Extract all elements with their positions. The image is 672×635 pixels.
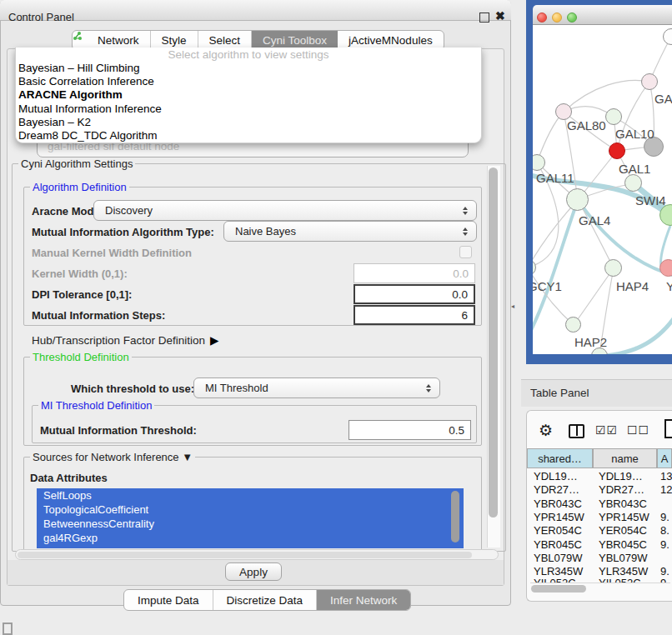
network-node[interactable] [659,259,672,277]
algorithm-option[interactable]: Dream8 DC_TDC Algorithm [16,129,481,142]
dpi-tolerance-input[interactable]: 0.0 [354,284,475,304]
table-cell[interactable]: YDL19… [599,470,643,482]
close-icon[interactable]: ✖ [495,9,505,22]
node-label: GAL10 [615,127,654,141]
network-node-gal10[interactable] [605,108,622,125]
mi-type-combobox[interactable]: Naive Bayes [223,221,477,242]
table-cell[interactable]: YDR27… [534,483,579,496]
tab-network-label: Network [98,34,139,47]
node-label: HAP4 [616,279,649,293]
mi-steps-label: Mutual Information Steps: [32,309,165,322]
close-traffic-light-icon[interactable] [537,12,547,22]
table-cell[interactable]: 9. [660,511,669,523]
table-cell[interactable]: YPR145W [599,511,649,523]
network-node-hap2[interactable] [565,317,581,332]
table-cell[interactable]: YBR043C [599,498,647,510]
spinner-arrows-icon [463,207,468,215]
attribute-item-selected[interactable]: SelfLoops [37,488,464,502]
mi-threshold-input[interactable]: 0.5 [349,420,471,440]
network-node-swi4[interactable] [624,174,642,192]
zoom-traffic-light-icon[interactable] [567,12,577,22]
settings-horizontal-scrollbar[interactable] [15,549,499,560]
tab-discretize-data[interactable]: Discretize Data [213,590,318,610]
table-cell[interactable]: YPR145W [534,511,584,523]
expander-arrow-icon: ▶ [210,333,218,347]
table-cell[interactable]: 9. [660,565,669,578]
kernel-width-input[interactable]: 0.0 [354,263,475,283]
network-node-hap4[interactable] [604,259,622,277]
attribute-item-selected[interactable]: gal4RGexp [37,531,464,545]
algorithm-dropdown-popup: Select algorithm to view settings Bayesi… [15,48,482,143]
which-threshold-combobox[interactable]: MI Threshold [193,378,440,398]
attribute-item-selected[interactable]: TopologicalCoefficient [37,502,464,517]
table-cell[interactable]: YLR345W [534,565,583,578]
spinner-arrows-icon [463,228,468,236]
network-node-gal4[interactable] [566,188,589,211]
table-cell[interactable]: YBR045C [599,538,647,551]
table-cell[interactable]: YBL079W [534,552,583,564]
float-window-icon[interactable] [479,12,489,22]
algorithm-option[interactable]: Bayesian – K2 [16,116,481,129]
mi-steps-input[interactable]: 6 [354,305,475,325]
minimized-panel-icon[interactable] [3,622,13,635]
node-label: GAL11 [536,171,574,185]
table-cell[interactable]: YBR043C [534,498,582,510]
table-cell[interactable]: YBR045C [534,538,582,551]
tab-infer-network[interactable]: Infer Network [317,590,410,610]
table-scrollbar-thumb[interactable] [531,585,586,592]
table-cell[interactable]: YER054C [599,524,647,537]
network-node-red[interactable] [609,142,625,159]
table-cell[interactable]: YDL19… [534,470,578,482]
network-node-gal80[interactable] [555,103,572,120]
columns-icon[interactable] [569,424,584,438]
column-header-partial[interactable]: A [657,448,672,468]
horizontal-scrollbar-thumb[interactable] [18,552,472,558]
table-cell[interactable]: YBL079W [599,552,648,564]
node-label: GCY1 [533,279,562,293]
hub-factor-expander[interactable]: Hub/Transcription Factor Definition▶ [32,333,218,347]
apply-button[interactable]: Apply [225,562,282,581]
table-cell[interactable]: YLR345W [599,565,648,578]
new-table-icon[interactable] [664,419,672,438]
node-label: GAL4 [579,213,610,228]
table-cell[interactable]: YDR27… [599,483,644,496]
network-canvas[interactable]: GAL GAL80 GAL10 GAL1 GAL11 SWI4 GAL4 GCY… [533,25,672,354]
data-attributes-list[interactable]: SelfLoops TopologicalCoefficient Between… [37,488,464,548]
minimize-traffic-light-icon[interactable] [552,12,562,22]
attribute-item-selected[interactable]: BetweennessCentrality [37,517,464,531]
settings-group-title: Cyni Algorithm Settings [18,158,135,170]
table-horizontal-scrollbar[interactable] [530,582,670,593]
attributes-list-scrollbar-thumb[interactable] [451,491,459,542]
node-label: GAL80 [567,118,606,132]
node-label: SWI4 [635,193,666,208]
algorithm-option[interactable]: Basic Correlation Inference [16,75,481,88]
unselect-all-checkboxes-icon[interactable]: ☐☐ [627,423,649,437]
select-all-checkboxes-icon[interactable]: ☑☑ [595,423,618,437]
table-panel-title: Table Panel [530,387,589,399]
network-node[interactable] [641,73,658,90]
tab-impute-data[interactable]: Impute Data [124,590,213,610]
node-label: GAL [654,92,672,106]
gear-icon[interactable]: ⚙ [539,421,553,440]
collapse-arrow-icon: ▼ [182,451,193,463]
table-cell[interactable]: YER054C [534,524,582,537]
table-cell[interactable]: 9. [660,538,669,551]
table-cell[interactable]: 12 [660,483,672,496]
table-cell[interactable]: 8. [660,524,669,537]
settings-scrollbar-thumb[interactable] [489,168,498,518]
manual-kernel-checkbox[interactable] [459,246,472,258]
panel-splitter-handle[interactable]: ◂ [511,302,514,310]
sources-group-title[interactable]: Sources for Network Inference ▼ [30,451,195,463]
algorithm-option[interactable]: Bayesian – Hill Climbing [16,62,481,75]
control-panel-title: Control Panel [8,11,74,23]
mi-type-label: Mutual Information Algorithm Type: [32,226,214,238]
table-cell[interactable]: 13 [660,470,672,482]
column-header-shared[interactable]: shared… [527,448,593,468]
column-header-name[interactable]: name [593,448,657,468]
aracne-mode-combobox[interactable]: Discovery [93,200,477,221]
control-panel-titlebar [0,0,511,21]
algorithm-option[interactable]: Mutual Information Inference [16,102,481,116]
algorithm-option-aracne[interactable]: ARACNE Algorithm [16,88,481,102]
node-label: GAL1 [619,162,650,176]
cyni-bottom-tabbar: Impute Data Discretize Data Infer Networ… [123,589,411,611]
